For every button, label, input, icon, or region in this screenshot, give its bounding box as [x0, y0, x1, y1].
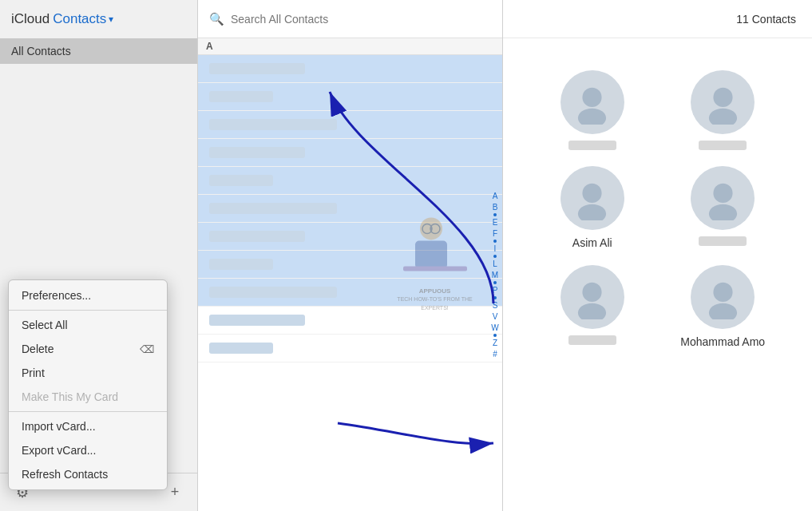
contact-name-placeholder	[209, 63, 305, 74]
contact-name-asim: Asim Ali	[572, 236, 612, 249]
svg-point-4	[583, 183, 602, 202]
contact-card-2	[666, 70, 781, 150]
avatar-icon-1	[570, 81, 614, 125]
contact-detail-panel: 11 Contacts	[503, 0, 812, 511]
alpha-dot-3	[493, 255, 497, 258]
contact-row[interactable]	[198, 167, 502, 195]
contacts-list-panel: 🔍 A	[198, 0, 503, 511]
svg-point-8	[583, 282, 602, 301]
menu-item-make-my-card: Make This My Card	[9, 385, 167, 409]
alpha-hash[interactable]: #	[493, 349, 497, 359]
menu-item-print[interactable]: Print	[9, 361, 167, 385]
avatar-icon-4	[701, 176, 745, 220]
avatar-4	[691, 166, 755, 230]
menu-item-select-all[interactable]: Select All	[9, 313, 167, 337]
contact-name-placeholder	[209, 147, 305, 158]
alpha-l[interactable]: L	[493, 259, 497, 269]
detail-header: 11 Contacts	[503, 0, 812, 38]
menu-item-import-vcard[interactable]: Import vCard...	[9, 414, 167, 438]
alpha-m[interactable]: M	[492, 270, 498, 280]
sidebar-item-all-contacts[interactable]: All Contacts	[0, 38, 197, 64]
avatar-3	[560, 166, 624, 230]
avatar-icon-6	[701, 275, 745, 319]
alpha-dot-2	[493, 240, 497, 243]
alpha-v[interactable]: V	[493, 311, 498, 322]
contact-card-1	[535, 70, 650, 150]
menu-item-export-vcard[interactable]: Export vCard...	[9, 438, 167, 462]
alpha-dot-4	[493, 281, 497, 284]
avatar-1	[560, 70, 624, 134]
svg-point-0	[583, 87, 602, 106]
svg-point-9	[578, 303, 606, 319]
search-icon: 🔍	[209, 12, 224, 26]
contact-name-placeholder	[209, 119, 337, 130]
contact-row[interactable]	[198, 223, 502, 251]
contact-row[interactable]	[198, 307, 502, 335]
alpha-z[interactable]: Z	[493, 338, 497, 348]
contact-row[interactable]	[198, 195, 502, 223]
contact-name-placeholder	[209, 203, 337, 214]
context-menu: Preferences... Select All Delete ⌫ Print…	[8, 279, 168, 490]
menu-divider-1	[9, 310, 167, 311]
alpha-p[interactable]: P	[493, 285, 498, 295]
sidebar-header: iCloud Contacts ▾	[0, 0, 197, 38]
contact-row[interactable]	[198, 251, 502, 279]
avatar-6	[691, 265, 755, 329]
avatar-icon-2	[701, 81, 745, 125]
chevron-down-icon[interactable]: ▾	[109, 14, 113, 25]
alphabet-index: A B E F I L M P S V W Z #	[488, 38, 502, 511]
contact-card-5	[535, 265, 650, 348]
delete-shortcut-icon: ⌫	[140, 343, 154, 355]
contacts-scroll: A	[198, 38, 502, 511]
search-bar: 🔍	[198, 0, 502, 38]
contact-row[interactable]	[198, 335, 502, 362]
contact-row[interactable]	[198, 111, 502, 139]
contact-card-3: Asim Ali	[535, 166, 650, 249]
sidebar: iCloud Contacts ▾ All Contacts Preferenc…	[0, 0, 198, 511]
menu-item-preferences[interactable]: Preferences...	[9, 283, 167, 307]
contact-placeholder-2	[699, 141, 747, 150]
contact-row[interactable]	[198, 139, 502, 167]
detail-content: Asim Ali	[519, 54, 796, 364]
svg-point-5	[578, 204, 606, 220]
avatar-5	[560, 265, 624, 329]
icloud-title: iCloud	[11, 11, 50, 27]
contact-name-placeholder	[209, 175, 273, 186]
svg-point-3	[709, 108, 737, 124]
alpha-e[interactable]: E	[493, 217, 498, 228]
menu-item-delete[interactable]: Delete ⌫	[9, 337, 167, 361]
alpha-i[interactable]: I	[494, 244, 497, 254]
alpha-a[interactable]: A	[493, 191, 498, 201]
contact-placeholder-4	[699, 236, 747, 246]
contact-name-mohammad: Mohammad Amo	[680, 335, 765, 348]
alpha-b[interactable]: B	[493, 202, 498, 212]
contact-placeholder-1	[568, 141, 616, 150]
alpha-w[interactable]: W	[491, 323, 498, 333]
contact-card-4	[666, 166, 781, 249]
contact-placeholder-5	[568, 335, 616, 345]
contact-name-placeholder	[209, 315, 305, 326]
alpha-s[interactable]: S	[493, 300, 498, 311]
contact-row[interactable]	[198, 83, 502, 111]
contact-name-placeholder	[209, 231, 305, 242]
contact-row[interactable]	[198, 279, 502, 307]
contact-card-6: Mohammad Amo	[666, 265, 781, 348]
app-container: iCloud Contacts ▾ All Contacts Preferenc…	[0, 0, 812, 511]
section-header-a: A	[198, 38, 502, 55]
contact-name-placeholder	[209, 287, 337, 298]
avatar-icon-3	[570, 176, 614, 220]
svg-point-6	[713, 183, 732, 202]
menu-divider-2	[9, 411, 167, 412]
contact-row[interactable]	[198, 55, 502, 83]
menu-item-refresh-contacts[interactable]: Refresh Contacts	[9, 462, 167, 486]
svg-point-2	[713, 87, 732, 106]
search-input[interactable]	[231, 13, 491, 26]
contacts-title: Contacts	[53, 11, 106, 27]
avatar-2	[691, 70, 755, 134]
svg-point-1	[578, 108, 606, 124]
svg-point-7	[709, 204, 737, 220]
contact-name-placeholder	[209, 259, 273, 270]
alpha-f[interactable]: F	[493, 228, 497, 239]
svg-point-10	[713, 282, 732, 301]
alpha-dot-5	[493, 296, 497, 299]
